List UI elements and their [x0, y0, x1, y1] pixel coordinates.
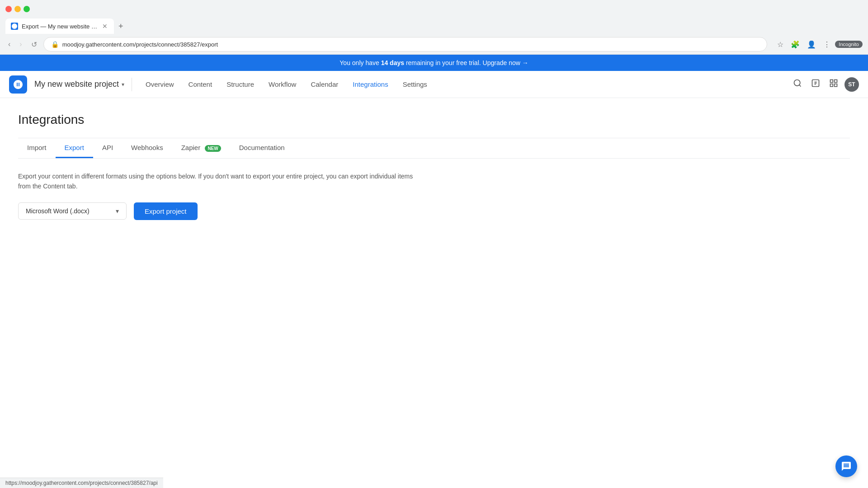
svg-rect-5 [835, 84, 837, 87]
forward-button[interactable]: › [17, 38, 24, 50]
profile-icon[interactable]: 👤 [804, 38, 819, 51]
trial-banner: You only have 14 days remaining in your … [0, 55, 868, 71]
nav-content[interactable]: Content [182, 77, 219, 92]
tab-webhooks[interactable]: Webhooks [122, 138, 172, 158]
nav-settings[interactable]: Settings [396, 77, 434, 92]
format-select[interactable]: Microsoft Word (.docx) ▾ [18, 202, 127, 220]
nav-structure[interactable]: Structure [220, 77, 260, 92]
project-name[interactable]: My new website project ▾ [34, 80, 124, 89]
grid-icon-button[interactable] [826, 76, 841, 93]
back-button[interactable]: ‹ [5, 38, 13, 50]
nav-integrations[interactable]: Integrations [346, 77, 394, 92]
export-icon-button[interactable] [808, 76, 823, 93]
select-arrow-icon: ▾ [116, 207, 119, 215]
tab-close-button[interactable]: ✕ [101, 22, 108, 31]
svg-point-1 [794, 80, 800, 86]
svg-point-0 [12, 23, 17, 29]
nav-overview[interactable]: Overview [139, 77, 180, 92]
url-text: moodjoy.gathercontent.com/projects/conne… [62, 41, 760, 48]
browser-tab[interactable]: Export — My new website proj ✕ [5, 19, 114, 34]
tab-documentation[interactable]: Documentation [230, 138, 294, 158]
main-nav: Overview Content Structure Workflow Cale… [139, 77, 790, 92]
address-bar[interactable]: 🔒 moodjoy.gathercontent.com/projects/con… [43, 37, 768, 52]
app-logo[interactable] [9, 75, 27, 94]
reload-button[interactable]: ↺ [28, 38, 40, 51]
export-section: Export your content in different formats… [18, 171, 850, 220]
tab-zapier[interactable]: Zapier NEW [172, 138, 230, 158]
menu-icon[interactable]: ⋮ [821, 38, 833, 51]
extensions-icon[interactable]: 🧩 [788, 38, 802, 51]
export-project-button[interactable]: Export project [134, 202, 198, 220]
page-title: Integrations [18, 113, 850, 127]
tab-export[interactable]: Export [56, 138, 93, 158]
new-tab-button[interactable]: + [115, 20, 127, 33]
nav-calendar[interactable]: Calendar [304, 77, 344, 92]
tab-favicon [11, 23, 18, 30]
nav-divider [132, 78, 132, 91]
svg-rect-3 [830, 80, 833, 83]
zapier-new-badge: NEW [205, 145, 221, 152]
export-description: Export your content in different formats… [18, 171, 425, 192]
svg-rect-6 [830, 84, 833, 87]
tab-api[interactable]: API [93, 138, 122, 158]
banner-text-after: remaining in your free trial. Upgrade no… [404, 59, 528, 66]
tabs-container: Import Export API Webhooks Zapier NEW Do… [18, 138, 850, 159]
window-minimize-button[interactable] [14, 6, 21, 12]
tab-import[interactable]: Import [18, 138, 56, 158]
nav-workflow[interactable]: Workflow [262, 77, 302, 92]
tab-title: Export — My new website proj [22, 23, 98, 30]
banner-days: 14 days [381, 59, 404, 66]
format-select-value: Microsoft Word (.docx) [26, 207, 90, 215]
main-content: Integrations Import Export API Webhooks … [0, 98, 868, 235]
app-header: My new website project ▾ Overview Conten… [0, 71, 868, 98]
window-close-button[interactable] [5, 6, 12, 12]
search-button[interactable] [790, 76, 805, 93]
svg-rect-4 [835, 80, 837, 83]
window-maximize-button[interactable] [24, 6, 30, 12]
header-actions: ST [790, 76, 859, 93]
export-controls: Microsoft Word (.docx) ▾ Export project [18, 202, 850, 220]
project-dropdown-arrow: ▾ [122, 81, 124, 88]
incognito-badge: Incognito [835, 41, 863, 48]
bookmark-icon[interactable]: ☆ [774, 38, 786, 51]
lock-icon: 🔒 [51, 41, 59, 48]
banner-text-before: You only have [340, 59, 381, 66]
user-avatar[interactable]: ST [844, 77, 859, 92]
